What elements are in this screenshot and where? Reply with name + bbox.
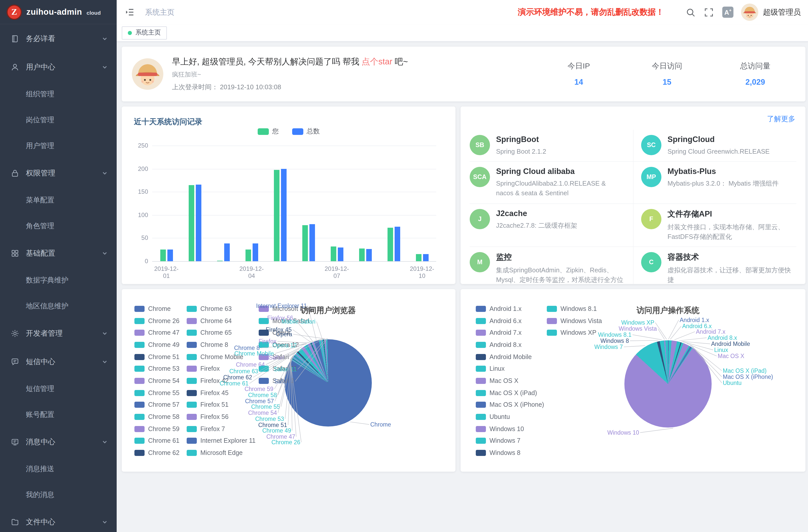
legend-item[interactable]: Ubuntu <box>476 411 544 423</box>
tab-home[interactable]: 系统主页 <box>122 26 167 39</box>
legend-item[interactable]: Chrome 64 <box>187 315 256 327</box>
tech-badge: SC <box>641 135 661 155</box>
legend-item[interactable]: Chrome 51 <box>134 351 180 363</box>
sidebar-item-message-center[interactable]: 消息中心 <box>0 427 117 456</box>
sidebar-subitem[interactable]: 短信管理 <box>0 376 117 402</box>
legend-item[interactable]: Chrome 62 <box>134 447 180 459</box>
legend-item[interactable]: Chrome <box>134 303 180 315</box>
stat-label: 今日访问 <box>651 61 683 71</box>
legend-label: Chrome 47 <box>148 329 180 336</box>
tech-item: SCASpring Cloud alibabaSpringCloudAlibab… <box>470 161 633 203</box>
legend-item[interactable]: Linux <box>476 363 544 375</box>
legend-item[interactable]: Chrome 55 <box>134 387 180 399</box>
tech-item: MPMybatis-PlusMybatis-plus 3.2.0： Mybati… <box>633 161 796 203</box>
legend-item[interactable]: Windows Vista <box>547 315 602 327</box>
sidebar-toggle-icon[interactable] <box>125 7 135 17</box>
legend-swatch <box>476 318 486 324</box>
legend-item[interactable]: Windows XP <box>547 327 602 339</box>
x-axis-label: 2019-12-01 <box>152 265 181 279</box>
legend-label: Chrome 53 <box>148 365 180 372</box>
legend-item-total[interactable]: 总数 <box>292 127 320 136</box>
pie-slice-label: Chrome 54 <box>248 410 277 416</box>
legend-label: Chrome 55 <box>148 389 180 396</box>
y-axis-label: 0 <box>128 258 148 265</box>
legend-item[interactable]: Windows 7 <box>476 435 544 447</box>
legend-item[interactable]: Windows 10 <box>476 423 544 435</box>
legend-item[interactable]: Chrome 53 <box>134 363 180 375</box>
user-icon <box>11 62 19 71</box>
username[interactable]: 超级管理员 <box>763 7 801 17</box>
sidebar-item-file-center[interactable]: 文件中心 <box>0 508 117 532</box>
legend-item[interactable]: Android 7.x <box>476 327 544 339</box>
legend-item[interactable]: Android 6.x <box>476 315 544 327</box>
legend-item[interactable]: Chrome 61 <box>134 435 180 447</box>
user-avatar[interactable] <box>741 3 758 21</box>
legend-item[interactable]: Chrome 49 <box>134 339 180 351</box>
legend-item[interactable]: Chrome 65 <box>187 327 256 339</box>
legend-item[interactable]: Chrome 54 <box>134 375 180 387</box>
legend-item[interactable]: Microsoft Edge <box>187 447 256 459</box>
fullscreen-icon[interactable] <box>704 7 714 17</box>
sidebar-subitem[interactable]: 我的消息 <box>0 482 117 508</box>
sidebar-item-developer-mgmt[interactable]: 开发者管理 <box>0 319 117 347</box>
legend-item[interactable]: Chrome 47 <box>134 327 180 339</box>
legend-item-you[interactable]: 您 <box>257 127 279 136</box>
legend-item[interactable]: Mac OS X (iPad) <box>476 387 544 399</box>
legend-swatch <box>187 378 197 384</box>
tech-badge: MP <box>641 167 661 187</box>
font-size-icon[interactable]: A+ <box>722 6 733 18</box>
legend-swatch <box>476 402 486 408</box>
pie-legend-column: ChromeChrome 26Chrome 47Chrome 49Chrome … <box>134 303 180 459</box>
star-link[interactable]: 点个star <box>362 57 392 66</box>
legend-item[interactable]: Android 8.x <box>476 339 544 351</box>
stats: 今日IP 14 今日访问 15 总访问量 2,029 <box>563 61 771 87</box>
sidebar-subitem[interactable]: 账号配置 <box>0 402 117 427</box>
pie-slice-label: Chrome 26 <box>271 439 300 445</box>
sidebar-item-sms-center[interactable]: 短信中心 <box>0 347 117 376</box>
browser-chart-card: 访问用户浏览器 ChromeChrome 26Chrome 47Chrome 4… <box>122 289 456 472</box>
legend-item[interactable]: Chrome 26 <box>134 315 180 327</box>
search-icon[interactable] <box>686 7 695 17</box>
learn-more-link[interactable]: 了解更多 <box>767 115 795 124</box>
legend-item[interactable]: Android Mobile <box>476 351 544 363</box>
legend-item[interactable]: Mac OS X (iPhone) <box>476 399 544 411</box>
sidebar-item-user-center[interactable]: 用户中心 <box>0 53 117 81</box>
bar <box>188 185 194 261</box>
tech-item-desc: SpringCloudAlibaba2.1.0.RELEASE & nacos … <box>496 179 624 198</box>
sidebar-subitem[interactable]: 地区信息维护 <box>0 293 117 319</box>
legend-item[interactable]: Firefox 56 <box>187 411 256 423</box>
legend-item[interactable]: Internet Explorer 11 <box>187 435 256 447</box>
legend-swatch <box>187 342 197 348</box>
sidebar-subitem[interactable]: 角色管理 <box>0 213 117 239</box>
legend-swatch <box>476 330 486 336</box>
legend-item[interactable]: Windows 8 <box>476 447 544 459</box>
legend-item[interactable]: Windows 8.1 <box>547 303 602 315</box>
app-logo[interactable]: Z zuihou-admin cloud <box>0 0 117 24</box>
legend-item[interactable]: Chrome 57 <box>134 399 180 411</box>
sidebar-item-permission-mgmt[interactable]: 权限管理 <box>0 159 117 187</box>
sidebar-item-base-config[interactable]: 基础配置 <box>0 239 117 267</box>
stat-value: 2,029 <box>739 78 771 87</box>
sidebar-subitem[interactable]: 岗位管理 <box>0 107 117 133</box>
legend-item[interactable]: Chrome 58 <box>134 411 180 423</box>
legend-item[interactable]: Firefox 7 <box>187 423 256 435</box>
legend-label: Android 8.x <box>490 341 521 348</box>
chevron-down-icon <box>102 36 108 41</box>
sidebar-subitem[interactable]: 菜单配置 <box>0 187 117 213</box>
pie-slice-label: Chrome 49 <box>262 427 291 434</box>
legend-label: Firefox 7 <box>200 425 225 432</box>
legend-item[interactable]: Android 1.x <box>476 303 544 315</box>
legend-label: Chrome 26 <box>148 317 180 324</box>
legend-item[interactable]: Chrome 59 <box>134 423 180 435</box>
stat-today-visits: 今日访问 15 <box>651 61 683 87</box>
sidebar-subitem[interactable]: 用户管理 <box>0 133 117 159</box>
sidebar-subitem[interactable]: 消息推送 <box>0 456 117 482</box>
pie-slice-label: Chrome Mobile <box>234 350 274 356</box>
legend-item[interactable]: Chrome 63 <box>187 303 256 315</box>
pie-slice-label: Ubuntu <box>723 380 741 386</box>
sidebar-subitem[interactable]: 数据字典维护 <box>0 267 117 293</box>
legend-item[interactable]: Mac OS X <box>476 375 544 387</box>
sidebar-subitem[interactable]: 组织管理 <box>0 81 117 107</box>
chat-icon <box>11 357 19 366</box>
sidebar-item-must-read[interactable]: 务必详看 <box>0 24 117 53</box>
